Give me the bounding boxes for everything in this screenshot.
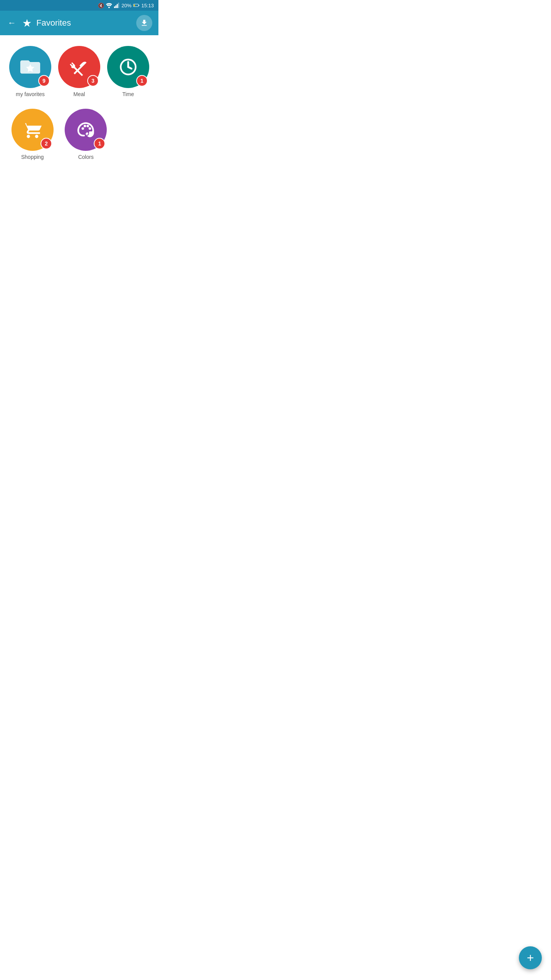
mute-icon: 🔇 [98,3,104,8]
fav-circle-wrap-meal: 3 [58,46,100,88]
clock-icon [118,57,138,77]
main-content: 9 my favorites 3 Meal [0,35,158,168]
page-title: Favorites [36,18,132,28]
status-icons: 🔇 20% 15:13 [98,3,154,8]
favorites-grid-row1: 9 my favorites 3 Meal [8,46,151,97]
svg-rect-4 [118,3,119,8]
badge-shopping: 2 [41,138,52,149]
svg-rect-7 [134,5,135,6]
label-shopping: Shopping [21,154,44,160]
status-time: 15:13 [141,3,154,8]
fav-item-meal[interactable]: 3 Meal [57,46,102,97]
badge-colors: 1 [94,138,105,149]
label-my-favorites: my favorites [16,91,44,97]
badge-time: 1 [136,75,148,87]
favorites-grid-row2: 2 Shopping 1 Colors [8,109,151,160]
favorites-star-icon: ★ [22,17,32,29]
fav-item-colors[interactable]: 1 Colors [61,109,111,160]
svg-point-15 [89,127,91,130]
fav-circle-wrap-colors: 1 [65,109,107,151]
fav-item-time[interactable]: 1 Time [106,46,151,97]
label-colors: Colors [78,154,93,160]
fav-circle-wrap-my-favorites: 9 [9,46,51,88]
download-button[interactable] [136,15,152,31]
svg-rect-2 [116,5,117,8]
fav-item-my-favorites[interactable]: 9 my favorites [8,46,53,97]
label-meal: Meal [73,91,85,97]
signal-icon [114,3,119,8]
fav-circle-wrap-time: 1 [107,46,149,88]
svg-point-14 [87,125,90,127]
svg-point-12 [82,127,85,130]
cutlery-icon [69,57,89,77]
battery-icon [133,3,139,8]
palette-icon [76,120,96,140]
svg-point-13 [84,125,86,127]
label-time: Time [122,91,134,97]
back-button[interactable]: ← [6,16,18,29]
fav-circle-wrap-shopping: 2 [11,109,54,151]
status-bar: 🔇 20% 15:13 [0,0,158,11]
wifi-icon [106,3,112,8]
folder-star-icon [20,57,40,77]
cart-icon [23,120,42,140]
battery-percentage: 20% [121,3,131,8]
badge-my-favorites: 9 [38,75,50,87]
svg-point-0 [108,7,110,8]
fav-item-shopping[interactable]: 2 Shopping [8,109,57,160]
svg-rect-6 [139,5,139,6]
svg-rect-3 [117,4,118,8]
app-bar: ← ★ Favorites [0,11,158,35]
download-icon [140,19,148,27]
svg-rect-1 [114,7,115,8]
svg-line-11 [128,67,132,69]
badge-meal: 3 [87,75,99,87]
